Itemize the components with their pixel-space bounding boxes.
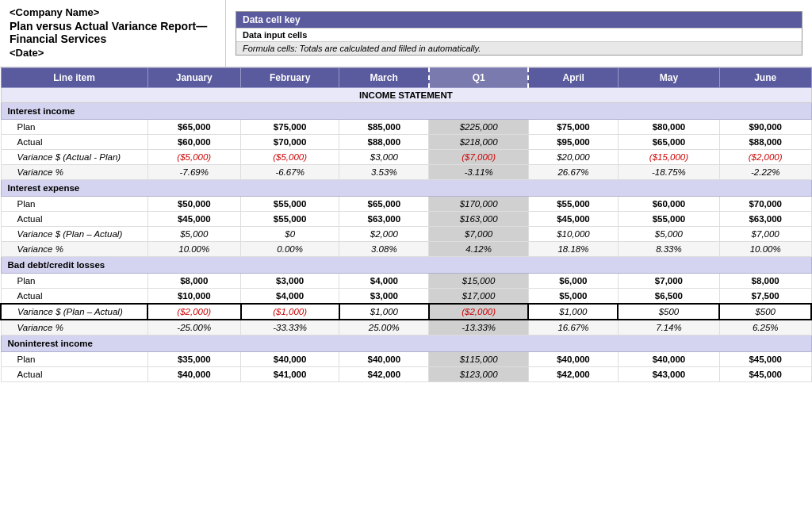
ni-plan-may: $40,000 — [618, 352, 719, 367]
ii-vp-mar: 3.53% — [339, 165, 429, 180]
ii-actual-may: $65,000 — [618, 135, 719, 150]
ni-actual-mar: $42,000 — [339, 367, 429, 382]
ii-actual-feb: $70,000 — [241, 135, 339, 150]
header-right: Data cell key Data input cells Formula c… — [226, 0, 812, 67]
ii-vd-jan: ($5,000) — [147, 150, 241, 165]
ie-plan-mar: $65,000 — [339, 197, 429, 212]
ie-vd-apr: $10,000 — [528, 227, 618, 242]
interest-income-actual: Actual $60,000 $70,000 $88,000 $218,000 … — [1, 135, 811, 150]
col-header-february: February — [241, 68, 339, 88]
ii-plan-jun: $90,000 — [719, 120, 811, 135]
bd-vd-q1: ($2,000) — [429, 304, 528, 320]
ie-plan-apr: $55,000 — [528, 197, 618, 212]
ii-plan-q1: $225,000 — [429, 120, 528, 135]
bd-vd-may: $500 — [618, 304, 719, 320]
ie-vd-feb: $0 — [241, 227, 339, 242]
bd-plan-jan: $8,000 — [147, 274, 241, 289]
ii-vd-jun: ($2,000) — [719, 150, 811, 165]
ie-vp-jan: 10.00% — [147, 242, 241, 257]
bd-actual-mar: $3,000 — [339, 289, 429, 305]
ie-vp-mar: 3.08% — [339, 242, 429, 257]
interest-income-label: Interest income — [1, 103, 811, 120]
col-header-june: June — [719, 68, 811, 88]
table-wrapper: Line item January February March Q1 Apri… — [0, 67, 812, 382]
col-header-may: May — [618, 68, 719, 88]
interest-expense-section: Interest expense — [1, 180, 811, 197]
actual-label: Actual — [1, 367, 147, 382]
bd-vd-jan: ($2,000) — [147, 304, 241, 320]
bad-debt-section: Bad debt/credit losses — [1, 257, 811, 274]
interest-income-variance-dollar: Variance $ (Actual - Plan) ($5,000) ($5,… — [1, 150, 811, 165]
ii-actual-q1: $218,000 — [429, 135, 528, 150]
ie-plan-feb: $55,000 — [241, 197, 339, 212]
ie-plan-may: $60,000 — [618, 197, 719, 212]
ii-vp-jan: -7.69% — [147, 165, 241, 180]
ie-actual-jun: $63,000 — [719, 212, 811, 227]
ii-vd-may: ($15,000) — [618, 150, 719, 165]
table-header-row: Line item January February March Q1 Apri… — [1, 68, 811, 88]
ii-vd-q1: ($7,000) — [429, 150, 528, 165]
variance-pct-label: Variance % — [1, 165, 147, 180]
ii-vd-apr: $20,000 — [528, 150, 618, 165]
data-cell-key: Data cell key Data input cells Formula c… — [236, 11, 802, 56]
plan-label: Plan — [1, 120, 147, 135]
actual-label: Actual — [1, 212, 147, 227]
bd-actual-feb: $4,000 — [241, 289, 339, 305]
header-section: <Company Name> Plan versus Actual Varian… — [0, 0, 812, 67]
bd-vp-may: 7.14% — [618, 320, 719, 335]
interest-expense-actual: Actual $45,000 $55,000 $63,000 $163,000 … — [1, 212, 811, 227]
ii-plan-feb: $75,000 — [241, 120, 339, 135]
col-header-line-item: Line item — [1, 68, 147, 88]
bd-vp-jun: 6.25% — [719, 320, 811, 335]
ni-plan-mar: $40,000 — [339, 352, 429, 367]
ii-plan-jan: $65,000 — [147, 120, 241, 135]
variance-dollar-selected-label: Variance $ (Plan – Actual) — [1, 304, 147, 320]
plan-label: Plan — [1, 197, 147, 212]
ni-plan-jan: $35,000 — [147, 352, 241, 367]
ie-plan-jun: $70,000 — [719, 197, 811, 212]
bd-plan-jun: $8,000 — [719, 274, 811, 289]
variance-dollar-label: Variance $ (Actual - Plan) — [1, 150, 147, 165]
ni-plan-jun: $45,000 — [719, 352, 811, 367]
col-header-march: March — [339, 68, 429, 88]
noninterest-income-section: Noninterest income — [1, 335, 811, 352]
bd-vp-apr: 16.67% — [528, 320, 618, 335]
bd-vd-jun: $500 — [719, 304, 811, 320]
ie-vp-apr: 18.18% — [528, 242, 618, 257]
variance-table: Line item January February March Q1 Apri… — [0, 67, 812, 382]
ie-vp-jun: 10.00% — [719, 242, 811, 257]
key-input-label: Data input cells — [236, 28, 802, 41]
noninterest-income-actual: Actual $40,000 $41,000 $42,000 $123,000 … — [1, 367, 811, 382]
bad-debt-label: Bad debt/credit losses — [1, 257, 811, 274]
ie-vd-mar: $2,000 — [339, 227, 429, 242]
ie-vd-jun: $7,000 — [719, 227, 811, 242]
ie-actual-may: $55,000 — [618, 212, 719, 227]
key-formula-label: Formula cells: Totals are calculated and… — [236, 41, 802, 55]
ii-actual-mar: $88,000 — [339, 135, 429, 150]
key-title: Data cell key — [236, 12, 802, 28]
ii-vp-feb: -6.67% — [241, 165, 339, 180]
variance-pct-label: Variance % — [1, 242, 147, 257]
actual-label: Actual — [1, 289, 147, 305]
ie-actual-apr: $45,000 — [528, 212, 618, 227]
ie-actual-jan: $45,000 — [147, 212, 241, 227]
ie-plan-q1: $170,000 — [429, 197, 528, 212]
plan-label: Plan — [1, 352, 147, 367]
col-header-q1: Q1 — [429, 68, 528, 88]
noninterest-income-label: Noninterest income — [1, 335, 811, 352]
ie-actual-q1: $163,000 — [429, 212, 528, 227]
ni-actual-jun: $45,000 — [719, 367, 811, 382]
bad-debt-actual: Actual $10,000 $4,000 $3,000 $17,000 $5,… — [1, 289, 811, 305]
interest-expense-variance-dollar: Variance $ (Plan – Actual) $5,000 $0 $2,… — [1, 227, 811, 242]
bad-debt-variance-pct: Variance % -25.00% -33.33% 25.00% -13.33… — [1, 320, 811, 335]
page: <Company Name> Plan versus Actual Varian… — [0, 0, 812, 529]
bd-vd-mar: $1,000 — [339, 304, 429, 320]
ii-vp-apr: 26.67% — [528, 165, 618, 180]
bd-actual-apr: $5,000 — [528, 289, 618, 305]
ie-actual-feb: $55,000 — [241, 212, 339, 227]
ii-vp-jun: -2.22% — [719, 165, 811, 180]
ie-vp-feb: 0.00% — [241, 242, 339, 257]
bd-actual-q1: $17,000 — [429, 289, 528, 305]
ie-vp-may: 8.33% — [618, 242, 719, 257]
bd-vd-apr: $1,000 — [528, 304, 618, 320]
